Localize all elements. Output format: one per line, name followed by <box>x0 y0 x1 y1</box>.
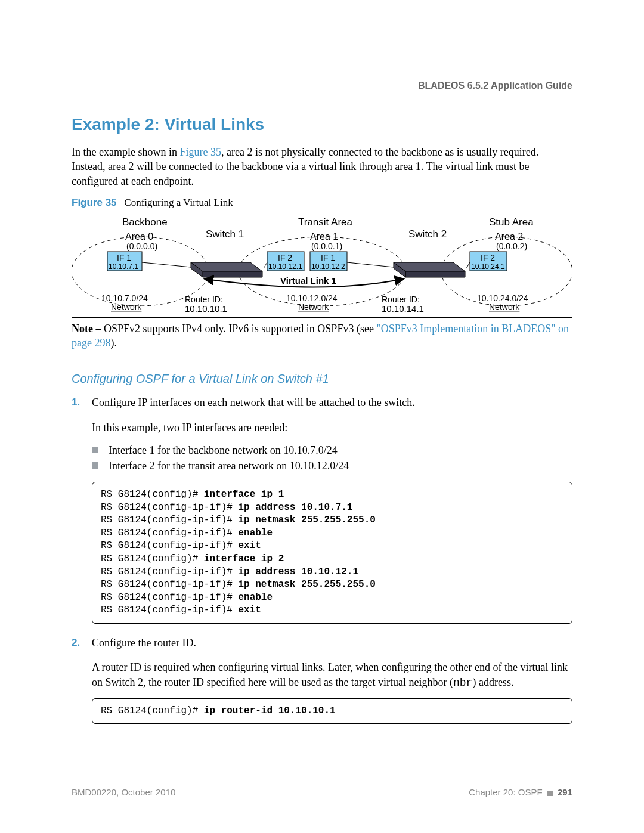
label-area1id: (0.0.0.1) <box>311 241 342 251</box>
s2-if1-label: IF 1 <box>321 253 335 262</box>
footer-page: 291 <box>558 787 572 797</box>
subheading: Configuring OSPF for a Virtual Link on S… <box>72 372 572 386</box>
section-title-text: Example 2: Virtual Links <box>72 115 264 134</box>
svg-marker-4 <box>405 271 465 277</box>
s1-if2-label: IF 2 <box>278 253 292 262</box>
virtual-link-label: Virtual Link 1 <box>280 275 336 286</box>
note-label: Note – <box>72 323 101 335</box>
page-footer: BMD00220, October 2010 Chapter 20: OSPF … <box>72 787 572 797</box>
net1: 10.10.7.0/24 <box>101 293 148 303</box>
rid-l1: Router ID: <box>185 295 223 304</box>
figure-desc: Configuring a Virtual Link <box>124 197 233 208</box>
label-area1: Area 1 <box>310 231 338 241</box>
net3l: Network <box>489 302 520 312</box>
figure-diagram: Backbone Transit Area Stub Area Switch 1… <box>72 212 572 317</box>
section-title: Example 2: Virtual Links <box>72 115 572 134</box>
note-pre: OSPFv2 supports IPv4 only. IPv6 is suppo… <box>101 323 376 335</box>
net3: 10.10.24.0/24 <box>477 293 528 303</box>
switch2-icon <box>394 262 465 277</box>
label-switch2: Switch 2 <box>408 228 447 240</box>
figure-ref-link[interactable]: Figure 35 <box>179 146 221 158</box>
net2l: Network <box>298 302 329 312</box>
figure-caption: Figure 35 Configuring a Virtual Link <box>72 197 572 209</box>
rid2: 10.10.14.1 <box>382 304 424 314</box>
svg-line-6 <box>142 262 191 267</box>
step1-para: In this example, two IP interfaces are n… <box>92 422 287 433</box>
note-post: ). <box>110 337 117 349</box>
subheading-text: Configuring OSPF for a Virtual Link on S… <box>72 372 329 385</box>
step2-block: A router ID is required when configuring… <box>72 660 572 724</box>
net2: 10.10.12.0/24 <box>286 293 338 303</box>
intro-paragraph: In the example shown in Figure 35, area … <box>72 145 572 188</box>
svg-line-9 <box>466 262 470 268</box>
label-transit: Transit Area <box>298 216 353 228</box>
note-block: Note – OSPFv2 supports IPv4 only. IPv6 i… <box>72 317 572 355</box>
step1-block: In this example, two IP interfaces are n… <box>72 420 572 624</box>
label-area0id: (0.0.0.0) <box>126 241 157 251</box>
running-head: BLADEOS 6.5.2 Application Guide <box>72 80 572 91</box>
rid1: 10.10.10.1 <box>185 304 227 314</box>
net1l: Network <box>111 302 142 312</box>
switch1-icon <box>191 262 262 277</box>
s1-if2-ip: 10.10.12.1 <box>268 262 302 271</box>
step2-para-b: ) address. <box>472 676 513 688</box>
label-switch1: Switch 1 <box>206 228 244 240</box>
s1-if1-label: IF 1 <box>117 253 131 262</box>
label-area2: Area 2 <box>495 231 523 241</box>
label-backbone: Backbone <box>122 216 168 228</box>
svg-line-7 <box>264 262 267 268</box>
footer-left: BMD00220, October 2010 <box>72 787 175 797</box>
diagram-svg: Backbone Transit Area Stub Area Switch 1… <box>72 215 572 316</box>
cli-block-1: RS G8124(config)# interface ip 1 RS G812… <box>92 482 572 624</box>
label-area0: Area 0 <box>125 231 153 241</box>
label-stub: Stub Area <box>489 216 534 228</box>
s2-if1-ip: 10.10.12.2 <box>311 262 345 271</box>
bullet-1: Interface 1 for the backbone network on … <box>92 442 572 458</box>
intro-pre: In the example shown in <box>72 146 179 158</box>
nbr-code: nbr <box>453 677 472 689</box>
footer-right: Chapter 20: OSPF 291 <box>469 787 572 797</box>
svg-line-8 <box>347 262 394 267</box>
bullet-2: Interface 2 for the transit area network… <box>92 458 572 473</box>
s2-if2-label: IF 2 <box>481 253 495 262</box>
svg-marker-0 <box>191 262 262 271</box>
step1-text: Configure IP interfaces on each network … <box>92 397 415 408</box>
step-2: Configure the router ID. <box>72 636 572 651</box>
s1-if1-ip: 10.10.7.1 <box>109 262 138 271</box>
page: BLADEOS 6.5.2 Application Guide Example … <box>0 0 644 833</box>
svg-marker-3 <box>394 262 465 271</box>
step-1: Configure IP interfaces on each network … <box>72 395 572 410</box>
figure-label: Figure 35 <box>72 197 117 208</box>
svg-marker-1 <box>203 271 262 277</box>
footer-square-icon <box>547 791 553 796</box>
step2-text: Configure the router ID. <box>92 637 196 649</box>
s2-if2-ip: 10.10.24.1 <box>471 262 505 271</box>
label-area2id: (0.0.0.2) <box>496 241 527 251</box>
running-head-text: BLADEOS 6.5.2 Application Guide <box>418 80 572 91</box>
rid-l2: Router ID: <box>382 295 420 304</box>
cli-block-2: RS G8124(config)# ip router-id 10.10.10.… <box>92 698 572 724</box>
